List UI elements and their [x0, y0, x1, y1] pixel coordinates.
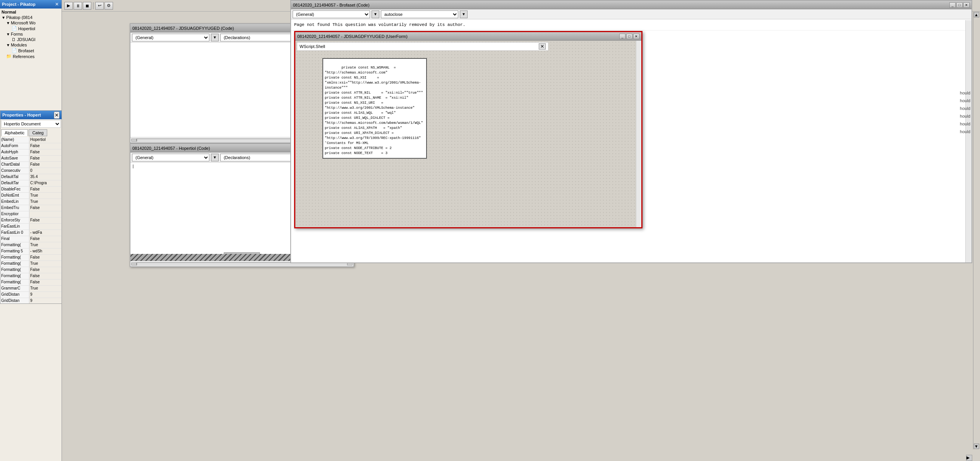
props-row: AutoFormFalse: [0, 143, 62, 149]
tree-item-pikatop[interactable]: ▼ Pikatop (0814: [1, 15, 61, 20]
expand-icon[interactable]: ▼: [2, 15, 5, 20]
selector-arrow-3[interactable]: ▼: [211, 154, 219, 161]
tree-item-forms[interactable]: ▼ Forms: [1, 31, 61, 37]
prop-value: Hopertiol: [29, 137, 62, 143]
toolbar-btn-4[interactable]: ↩: [95, 2, 104, 10]
prop-name: Final: [0, 236, 29, 242]
maximize-btn-b[interactable]: □: [956, 2, 963, 8]
hopertiol-icon: 📄: [12, 26, 17, 31]
prop-value: True: [29, 242, 62, 248]
prop-value: True: [29, 193, 62, 199]
close-btn-b[interactable]: ✕: [963, 2, 970, 8]
prop-value: False: [29, 255, 62, 260]
code-title-2: 08142020_121494057 - Hopertiol (Code): [132, 146, 210, 151]
maximize-btn-uf[interactable]: □: [626, 34, 632, 39]
props-row: GridDistan9: [0, 298, 62, 303]
scroll-up[interactable]: ▲: [974, 12, 979, 17]
tree-item-brofaset[interactable]: 📄 Brofaset: [1, 48, 61, 53]
general-selector-1[interactable]: (General): [132, 34, 209, 41]
tab-categ[interactable]: Categ: [29, 129, 47, 136]
status-line-2: hould: [960, 97, 970, 105]
userform-scrollbar-v[interactable]: [636, 41, 641, 227]
brofaset-toolbar: (General) ▼ autoclose ▼: [291, 9, 971, 19]
prop-value: False: [29, 236, 62, 242]
minimize-btn-b[interactable]: _: [949, 2, 956, 8]
props-row: Formatting(False: [0, 273, 62, 279]
references-label: References: [13, 54, 34, 59]
brofaset-autoclose-selector[interactable]: autoclose: [381, 10, 458, 18]
props-row: FinalFalse: [0, 236, 62, 242]
prop-name: GridDistan: [0, 298, 29, 303]
props-row-formatting5: Formatting 5- wdSh: [0, 248, 62, 255]
modules-label: Modules: [11, 43, 27, 47]
prop-name: AutoForm: [0, 143, 29, 149]
selector-arrow-1[interactable]: ▼: [211, 34, 219, 41]
pikatop-label: Pikatop (0814: [6, 15, 33, 20]
project-panel-close[interactable]: ✕: [54, 2, 60, 7]
brofaset-general-selector[interactable]: (General): [293, 10, 370, 18]
tree-item-normal[interactable]: Normal: [1, 9, 61, 15]
brofaset-arrow-2[interactable]: ▼: [460, 10, 468, 18]
right-status: hould hould hould hould hould hould: [960, 89, 970, 135]
scroll-bottom-right[interactable]: ▶: [966, 455, 972, 461]
code-snippet-box[interactable]: private const NS_WSMANL = "http://schema…: [322, 58, 427, 159]
declarations-selector-1[interactable]: (Declarations): [220, 34, 298, 41]
tree-item-modules[interactable]: ▼ Modules: [1, 42, 61, 48]
prop-name: Formatting(: [0, 267, 29, 273]
prop-name: AutoHyph: [0, 149, 29, 155]
toolbar-btn-1[interactable]: ▶: [64, 2, 73, 10]
brofaset-arrow-1[interactable]: ▼: [372, 10, 379, 18]
prop-name: Encryptior: [0, 211, 29, 217]
prop-value: 0: [29, 168, 62, 174]
prop-value: False: [29, 267, 62, 273]
prop-name: FarEastLin: [0, 224, 29, 230]
prop-value: False: [29, 143, 62, 149]
tree-item-hopertiol[interactable]: 📄 Hopertiol: [1, 26, 61, 31]
project-panel-titlebar: Project - Pikatop ✕: [0, 0, 62, 9]
brofaset-scrollbar-v[interactable]: [965, 20, 971, 262]
prop-value: False: [29, 162, 62, 168]
expand-icon-forms[interactable]: ▼: [6, 32, 10, 36]
scroll-left-2[interactable]: [131, 262, 137, 266]
props-row: EnforceStyFalse: [0, 218, 62, 224]
props-row: FarEastLin 0- wdFa: [0, 230, 62, 236]
ms-word-label: Microsoft Wo: [11, 21, 36, 25]
prop-value-formatting5: - wdSh: [29, 248, 62, 254]
toolbar-btn-2[interactable]: ⏸: [74, 2, 82, 10]
tab-alphabetic[interactable]: Alphabetic: [1, 129, 28, 136]
close-btn-uf[interactable]: ✕: [633, 34, 639, 39]
props-row: Encryptior: [0, 211, 62, 218]
props-row: FarEastLin: [0, 224, 62, 230]
props-row: ChartDataIFalse: [0, 162, 62, 168]
prop-name: GridDistan: [0, 292, 29, 298]
prop-value: [29, 224, 62, 230]
tree-item-microsoftwo[interactable]: ▼ Microsoft Wo: [1, 20, 61, 26]
prop-value: False: [29, 279, 62, 285]
minimize-btn-uf[interactable]: _: [619, 34, 625, 39]
toolbar-btn-5[interactable]: ⚙: [105, 2, 113, 10]
props-row: GrammarCTrue: [0, 286, 62, 292]
prop-value: False: [29, 187, 62, 192]
general-selector-2[interactable]: (General): [132, 154, 209, 161]
userform-body[interactable]: WScript.Shell ✕ private const NS_WSMANL …: [295, 41, 641, 227]
props-row: DefaultTal35.4: [0, 174, 62, 180]
wscript-close[interactable]: ✕: [539, 43, 546, 50]
tree-item-references[interactable]: 📁 References: [1, 53, 61, 59]
scroll-down[interactable]: ▼: [974, 444, 979, 449]
scroll-left-1[interactable]: [131, 139, 137, 142]
prop-name: Formatting(: [0, 273, 29, 279]
right-scrollbar[interactable]: ▲ ▼: [973, 12, 980, 449]
declarations-selector-2[interactable]: (Declarations): [220, 154, 298, 161]
prop-name: Formatting(: [0, 255, 29, 260]
properties-close[interactable]: ✕: [54, 111, 60, 119]
properties-object-selector[interactable]: Hopertio Document: [1, 120, 61, 128]
toolbar-btn-3[interactable]: ⏹: [83, 2, 91, 10]
tree-item-jdsuagi[interactable]: 🗋 JDSUAGI: [1, 37, 61, 42]
wscript-text: WScript.Shell: [300, 44, 325, 49]
expand-icon-mw[interactable]: ▼: [6, 21, 10, 25]
userform-titlebar: 08142020_121494057 - JDSUAGDFYYUGED (Use…: [295, 32, 641, 41]
expand-icon-modules[interactable]: ▼: [6, 43, 10, 47]
brofaset-label: Brofaset: [18, 48, 34, 53]
props-row: EmbedLinTrue: [0, 199, 62, 205]
prop-name: EmbedLin: [0, 199, 29, 205]
